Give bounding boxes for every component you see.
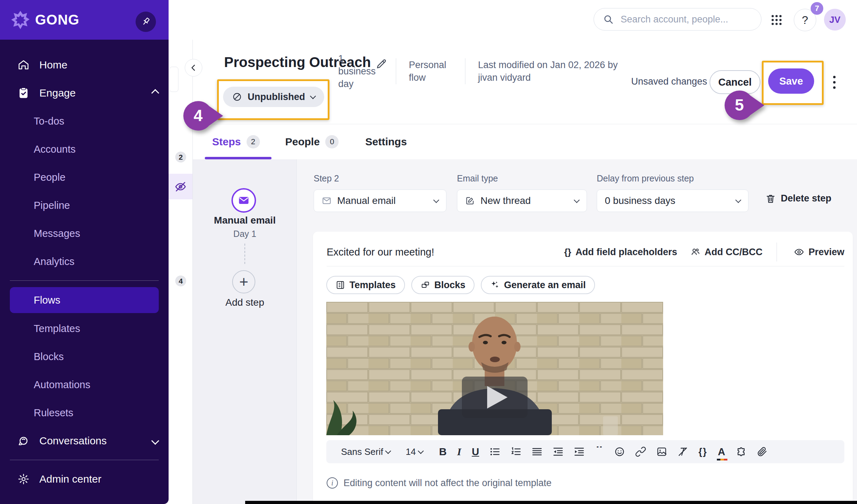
step-type-select[interactable]: Manual email (314, 190, 446, 212)
gear-icon (18, 473, 30, 485)
sidebar-item-people[interactable]: People (0, 163, 169, 191)
templates-button[interactable]: Templates (326, 276, 405, 294)
pin-sidebar-button[interactable] (136, 12, 156, 32)
sidebar-item-home[interactable]: Home (0, 51, 169, 79)
meta-flow-type: Personal flow (409, 59, 452, 84)
font-family-select[interactable]: Sans Serif (341, 442, 395, 462)
flow-tabs: Steps 2 People 0 Settings (193, 124, 857, 159)
global-search[interactable] (594, 8, 761, 31)
underline-button[interactable]: U (466, 442, 484, 462)
chevron-down-icon (735, 197, 741, 203)
app-launcher-button[interactable] (770, 13, 783, 27)
italic-button[interactable]: I (452, 442, 467, 462)
save-button[interactable]: Save (768, 68, 814, 94)
attach-file-button[interactable] (752, 442, 773, 462)
search-input[interactable] (620, 14, 748, 25)
flow-connector (244, 244, 245, 264)
bullet-list-button[interactable] (484, 442, 505, 462)
add-step-button[interactable]: + (232, 270, 255, 293)
emoji-icon (614, 446, 625, 457)
play-button[interactable] (462, 377, 528, 418)
gong-app: GONG Home Engage To-dos Acco (0, 0, 857, 504)
sidebar-item-engage[interactable]: Engage (0, 79, 169, 107)
sidebar-item-pipeline[interactable]: Pipeline (0, 191, 169, 219)
indent-button[interactable] (569, 442, 590, 462)
email-type-label: Email type (457, 173, 498, 184)
sidebar-item-flows-selected[interactable]: Flows (10, 287, 159, 313)
content-tools: Templates Blocks Generate an email (326, 276, 595, 294)
puzzle-icon (736, 446, 746, 457)
user-avatar[interactable]: JV (824, 9, 846, 31)
grid-apps-icon (770, 13, 783, 27)
code-button[interactable]: {} (693, 442, 713, 462)
email-type-select[interactable]: New thread (457, 190, 587, 212)
tab-settings[interactable]: Settings (365, 124, 407, 159)
envelope-outline-icon (322, 196, 332, 206)
insert-block-button[interactable] (731, 442, 752, 462)
gong-logo[interactable]: GONG (11, 10, 79, 30)
add-field-placeholders-button[interactable]: {} Add field placeholders (564, 247, 677, 258)
tab-people[interactable]: People 0 (285, 124, 339, 159)
step-count-badge: 4 (175, 276, 186, 286)
people-icon (691, 247, 700, 257)
chevron-down-icon (433, 197, 439, 203)
sidebar-item-automations[interactable]: Automations (0, 371, 169, 399)
delay-label: Delay from previous step (597, 173, 694, 184)
clipboard-check-icon (18, 87, 30, 99)
help-notification-badge: 7 (811, 2, 823, 15)
delete-step-button[interactable]: Delete step (765, 193, 831, 204)
sidebar-item-admin-center[interactable]: Admin center (0, 465, 169, 493)
outdent-button[interactable] (548, 442, 569, 462)
blocks-icon (420, 280, 430, 290)
chevron-down-icon (310, 93, 316, 99)
preview-button[interactable]: Preview (794, 247, 844, 258)
chevron-left-icon (190, 64, 197, 72)
prohibit-icon (232, 92, 242, 102)
tutorial-step-4-badge: 4 (183, 100, 226, 132)
align-justify-icon (532, 446, 542, 457)
bold-button[interactable]: B (434, 442, 452, 462)
back-button[interactable] (185, 59, 202, 77)
chevron-down-icon (574, 197, 580, 203)
font-size-select[interactable]: 14 (400, 442, 428, 462)
add-ccbcc-button[interactable]: Add CC/BCC (691, 247, 763, 258)
chevron-down-icon (385, 448, 391, 454)
sidebar-item-accounts[interactable]: Accounts (0, 135, 169, 163)
meta-cadence: 1 business day (338, 52, 383, 90)
home-icon (18, 59, 30, 71)
publish-status-dropdown[interactable]: Unpublished (223, 87, 324, 107)
sidebar-item-analytics[interactable]: Analytics (0, 247, 169, 276)
numbered-list-button[interactable] (505, 442, 526, 462)
blocks-button[interactable]: Blocks (411, 276, 475, 294)
manual-email-step-node[interactable] (231, 188, 256, 213)
delay-select[interactable]: 0 business days (597, 190, 748, 212)
chevron-down-icon (151, 437, 159, 445)
sidebar-item-messages[interactable]: Messages (0, 219, 169, 247)
clear-formatting-button[interactable] (672, 442, 693, 462)
plus-icon: + (239, 273, 248, 291)
drawer-handle[interactable] (169, 67, 178, 92)
blockquote-button[interactable]: “ (590, 442, 609, 462)
link-button[interactable] (630, 442, 651, 462)
align-justify-button[interactable] (526, 442, 548, 462)
more-actions-button[interactable] (827, 73, 841, 91)
sidebar-header: GONG (0, 0, 169, 40)
email-subject[interactable]: Excited for our meeting! (327, 246, 551, 258)
clear-format-icon (678, 446, 688, 457)
generate-email-button[interactable]: Generate an email (481, 276, 595, 294)
sidebar-item-rulesets[interactable]: Rulesets (0, 399, 169, 427)
step-node-day: Day 1 (193, 229, 297, 239)
hidden-step-row[interactable] (169, 174, 192, 199)
sidebar-item-templates[interactable]: Templates (0, 314, 169, 343)
pushpin-icon (140, 16, 151, 27)
video-thumbnail[interactable] (326, 302, 663, 435)
sidebar-item-blocks[interactable]: Blocks (0, 343, 169, 371)
chevron-up-icon (151, 89, 159, 97)
sidebar-item-todos[interactable]: To-dos (0, 107, 169, 135)
sidebar-item-conversations[interactable]: Conversations (0, 427, 169, 455)
search-icon (603, 14, 614, 25)
insert-image-button[interactable] (651, 442, 672, 462)
emoji-button[interactable] (609, 442, 630, 462)
text-color-button[interactable]: A (713, 442, 731, 462)
indent-icon (574, 446, 584, 457)
